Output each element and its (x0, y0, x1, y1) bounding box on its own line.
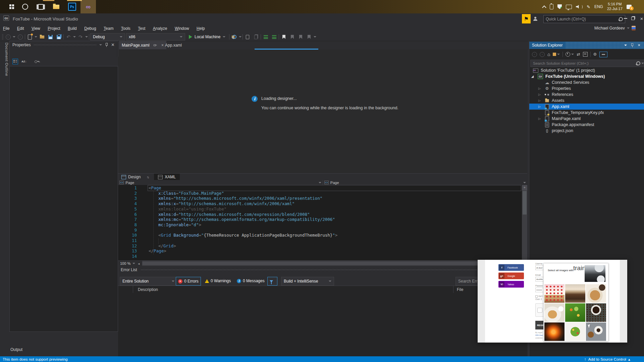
chevron-collapsed-icon[interactable]: ▷ (538, 99, 541, 102)
captcha-tile-strawberry-cake[interactable] (544, 284, 565, 303)
action-center-icon[interactable]: 1 (627, 5, 632, 9)
code-line[interactable]: 12</Grid> (118, 243, 522, 249)
chevron-down-icon[interactable] (132, 263, 135, 264)
vertical-scrollbar[interactable]: + (522, 185, 527, 260)
element-breadcrumb-left[interactable]: <> Page (118, 180, 323, 185)
captcha-tile-coffee-beans[interactable] (586, 303, 606, 322)
window-position-icon[interactable] (624, 45, 627, 46)
chevron-down-icon[interactable] (35, 36, 37, 38)
code-line[interactable]: 11 (118, 238, 522, 243)
captcha-tile-glowing-fruit-bowl[interactable] (544, 322, 565, 341)
scrollbar-thumb[interactable] (142, 262, 511, 265)
code-line[interactable]: 13</Page> (118, 248, 522, 254)
tree-item-solution[interactable]: ∞ Solution 'FoxTube' (1 project) (529, 67, 644, 73)
toolbar-grip[interactable] (2, 34, 3, 40)
menu-team[interactable]: Team (101, 25, 116, 32)
swap-panes-icon[interactable]: ↑↓ (147, 175, 149, 179)
messages-filter-button[interactable]: i 0 Messages (235, 277, 267, 285)
chevron-expanded-icon[interactable]: ◢ (531, 75, 534, 78)
build-intellisense-dropdown[interactable]: Build + IntelliSense (281, 277, 334, 286)
chevron-down-icon[interactable] (73, 36, 76, 38)
categorized-view-button[interactable] (12, 59, 18, 64)
code-line[interactable]: 9 (118, 228, 522, 233)
tree-item-app-xaml[interactable]: ▷ App.xaml (529, 104, 644, 110)
prev-bookmark-button[interactable] (288, 33, 296, 41)
code-line[interactable]: 4xmlns:x="http://schemas.microsoft.com/w… (118, 201, 522, 206)
scrollbar-thumb[interactable] (523, 191, 527, 215)
add-to-source-control-button[interactable]: ↑ Add to Source Control ▴ (584, 357, 630, 362)
tree-item-appxmanifest[interactable]: Package.appxmanifest (529, 122, 644, 128)
captcha-tile-pancakes-coffee[interactable] (586, 284, 606, 303)
home-icon[interactable]: ⌂ (547, 52, 550, 57)
tab-mainpage-xaml[interactable]: MainPage.xaml × (119, 41, 166, 49)
menu-project[interactable]: Project (45, 25, 63, 32)
network-display-icon[interactable] (566, 5, 572, 9)
close-icon[interactable]: × (638, 43, 640, 48)
save-all-button[interactable] (55, 33, 62, 41)
category-column[interactable] (118, 286, 133, 293)
menu-edit[interactable]: Edit (14, 25, 27, 32)
indent-decrease-button[interactable] (262, 33, 269, 41)
quick-launch-input[interactable]: Quick Launch (Ctrl+Q) (543, 15, 625, 23)
chevron-down-icon[interactable] (13, 36, 15, 38)
newsletter-checkbox[interactable] (535, 295, 538, 298)
facebook-login-button[interactable]: f Facebook (498, 264, 524, 271)
open-file-button[interactable] (38, 33, 46, 41)
save-button[interactable] (47, 33, 54, 41)
account-menu[interactable]: Michael Gordeev (594, 26, 636, 31)
tree-item-properties[interactable]: ▷ ⚙ Properties (529, 85, 644, 92)
collapse-all-icon[interactable] (583, 52, 588, 57)
nav-forward-button[interactable]: › (16, 33, 24, 41)
start-debug-button[interactable]: Local Machine (186, 35, 228, 39)
description-column-header[interactable]: Description (133, 287, 453, 292)
solution-explorer-search-input[interactable]: Search Solution Explorer (Ctrl+;) (530, 60, 644, 67)
xaml-view-tab[interactable]: XAML (154, 174, 180, 180)
find-in-files-button[interactable] (230, 33, 238, 41)
volume-icon[interactable] (576, 5, 583, 9)
split-grip[interactable]: + (522, 185, 527, 190)
output-window-title[interactable]: Output (10, 347, 22, 352)
chevron-collapsed-icon[interactable]: ▷ (538, 93, 541, 96)
chevron-collapsed-icon[interactable]: ▷ (538, 105, 541, 108)
code-line[interactable]: 3xmlns="http://schemas.microsoft.com/win… (118, 196, 522, 201)
menu-help[interactable]: Help (194, 25, 208, 32)
pin-icon[interactable] (631, 43, 634, 47)
nav-back-button[interactable]: ‹ (4, 33, 12, 41)
toggle-bookmark-button[interactable] (280, 33, 287, 41)
indent-increase-button[interactable] (270, 33, 278, 41)
menu-file[interactable]: File (0, 25, 12, 32)
errors-filter-button[interactable]: × 0 Errors (176, 277, 201, 286)
menu-build[interactable]: Build (65, 25, 80, 32)
navigate-backward-code-button[interactable] (244, 33, 251, 41)
yahoo-login-button[interactable]: Y! Yahoo (498, 281, 524, 288)
preview-selected-items-button[interactable] (599, 52, 607, 57)
tree-item-temporarykey-pfx[interactable]: FoxTube_TemporaryKey.pfx (529, 110, 644, 116)
pending-changes-filter-button[interactable] (566, 52, 574, 57)
code-line[interactable]: 2x:Class="FoxTube.MainPage" (118, 191, 522, 196)
chevron-down-icon[interactable] (85, 36, 88, 38)
task-view-button[interactable] (33, 0, 48, 13)
code-line[interactable]: 5xmlns:local="using:FoxTube" (118, 206, 522, 212)
pin-icon[interactable] (105, 43, 108, 47)
code-line[interactable]: 6xmlns:d="http://schemas.microsoft.com/e… (118, 212, 522, 217)
filter-button[interactable] (267, 277, 277, 286)
tray-chevron-icon[interactable] (542, 5, 546, 10)
close-icon[interactable]: × (111, 42, 114, 48)
design-view-tab[interactable]: Design (118, 174, 144, 180)
tree-item-connected-services[interactable]: ☁ Connected Services (529, 79, 644, 85)
visual-studio-button[interactable]: ∞ (80, 0, 96, 13)
pen-icon[interactable]: ✎ (587, 4, 590, 9)
properties-gear-icon[interactable]: ⚙ (593, 52, 597, 57)
window-position-icon[interactable] (99, 44, 102, 46)
new-file-button[interactable] (26, 33, 34, 41)
element-breadcrumb-right[interactable]: <> Page (323, 180, 528, 185)
tree-item-mainpage-xaml[interactable]: ▷ MainPage.xaml (529, 116, 644, 122)
platform-dropdown[interactable]: x86 (126, 33, 185, 41)
captcha-tile-breakfast-plate[interactable] (544, 303, 565, 322)
document-outline-tab[interactable]: Document Outline (1, 43, 9, 93)
error-list-header[interactable]: Error List (118, 266, 527, 274)
tree-item-references[interactable]: ▷ References (529, 92, 644, 98)
code-line[interactable]: 8mc:Ignorable="d"> (118, 222, 522, 228)
cortana-button[interactable] (17, 0, 33, 13)
feedback-flag-button[interactable]: ⚑ (522, 14, 531, 23)
